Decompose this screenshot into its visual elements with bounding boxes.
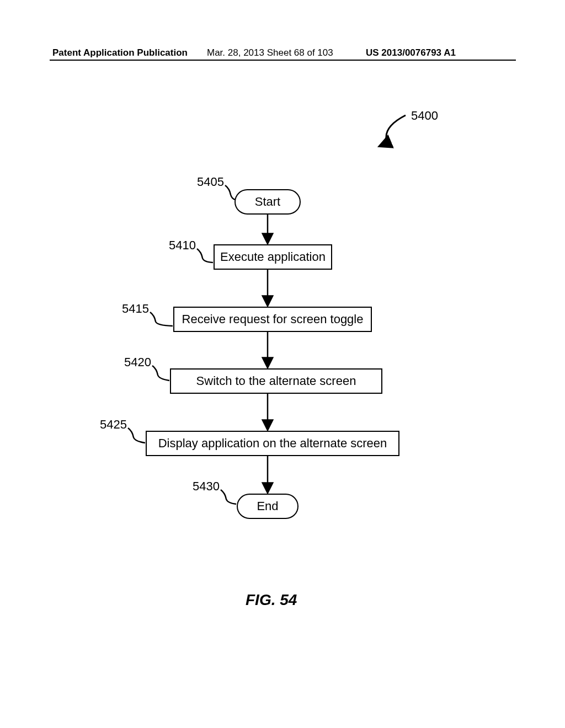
ref-5410: 5410: [169, 238, 196, 253]
node-display-label: Display application on the alternate scr…: [158, 436, 387, 451]
ref-5420: 5420: [124, 355, 151, 370]
header-left: Patent Application Publication: [52, 47, 188, 58]
leader-5415: [150, 312, 173, 326]
node-start: Start: [234, 189, 301, 215]
header-right: US 2013/0076793 A1: [366, 47, 456, 58]
leader-5405: [225, 185, 235, 200]
leader-5420: [152, 366, 169, 381]
node-exec: Execute application: [214, 244, 332, 270]
node-end-label: End: [257, 499, 278, 513]
header-mid: Mar. 28, 2013 Sheet 68 of 103: [207, 47, 333, 58]
header-rule: [50, 60, 516, 61]
node-switch-label: Switch to the alternate screen: [196, 374, 356, 388]
ref-5400: 5400: [411, 109, 438, 123]
ref-5430: 5430: [193, 479, 220, 494]
node-start-label: Start: [255, 195, 280, 209]
node-receive: Receive request for screen toggle: [173, 307, 372, 332]
ref-5415: 5415: [122, 302, 149, 316]
node-display: Display application on the alternate scr…: [146, 431, 399, 456]
leader-5430: [221, 490, 236, 504]
connector-overlay: [0, 0, 565, 728]
node-receive-label: Receive request for screen toggle: [182, 312, 364, 326]
node-exec-label: Execute application: [220, 250, 326, 264]
leader-5425: [128, 428, 145, 443]
figure-caption: FIG. 54: [246, 591, 297, 609]
leader-5400: [380, 115, 406, 146]
node-end: End: [237, 494, 299, 519]
ref-5405: 5405: [197, 175, 224, 189]
node-switch: Switch to the alternate screen: [170, 368, 382, 394]
ref-5425: 5425: [100, 417, 127, 432]
leader-5410: [197, 249, 213, 263]
